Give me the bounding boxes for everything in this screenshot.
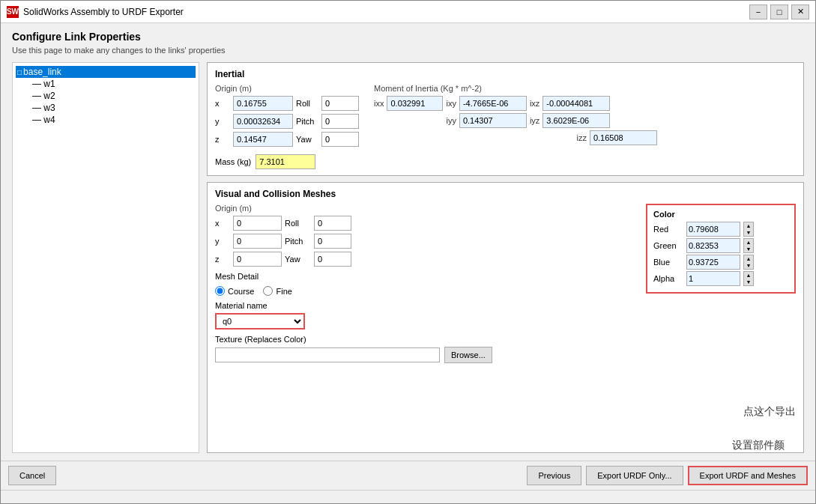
browse-button[interactable]: Browse... — [444, 347, 492, 363]
mesh-detail-radio: Course Fine — [215, 286, 638, 296]
color-title: Color — [653, 210, 788, 219]
status-bar — [1, 490, 815, 503]
yaw-input[interactable] — [321, 132, 359, 147]
tree-children: — w1 — w2 — w3 — w4 — [16, 78, 196, 126]
fine-radio-input[interactable] — [263, 286, 273, 296]
export-urdf-only-button[interactable]: Export URDF Only... — [586, 466, 683, 485]
alpha-input[interactable] — [686, 271, 740, 286]
visual-yaw-label: Yaw — [285, 255, 311, 264]
visual-x-input[interactable] — [233, 216, 282, 231]
alpha-up[interactable]: ▲ — [744, 272, 753, 279]
visual-z-input[interactable] — [233, 252, 282, 267]
inertial-x-input[interactable] — [233, 96, 293, 111]
izz-input[interactable] — [590, 130, 657, 145]
mass-input[interactable] — [256, 154, 315, 169]
blue-input[interactable] — [686, 255, 740, 270]
mass-label: Mass (kg) — [215, 157, 251, 166]
pitch-input[interactable] — [321, 114, 359, 129]
visual-y-label: y — [215, 237, 230, 246]
color-box: Color Red ▲ ▼ Gr — [646, 204, 796, 294]
ixx-input[interactable] — [387, 96, 443, 111]
page-subtitle: Use this page to make any changes to the… — [12, 46, 804, 55]
roll-input[interactable] — [321, 96, 359, 111]
tree-collapse-icon[interactable]: □ — [17, 68, 22, 76]
iyz-input[interactable] — [543, 113, 610, 128]
material-label: Material name — [215, 301, 268, 310]
blue-row: Blue ▲ ▼ — [653, 255, 788, 270]
main-area: □ base_link — w1 — w2 — w3 — w4 Inertial — [12, 62, 804, 453]
yaw-label: Yaw — [296, 135, 318, 144]
red-spinner[interactable]: ▲ ▼ — [743, 222, 754, 237]
blue-label: Blue — [653, 258, 683, 267]
visual-z-label: z — [215, 255, 230, 264]
inertial-y-input[interactable] — [233, 114, 293, 129]
close-button[interactable]: ✕ — [791, 4, 809, 19]
roll-label: Roll — [296, 99, 318, 108]
inertial-moment: Moment of Inertia (Kg * m^-2) ixx ixy ix… — [374, 84, 796, 150]
previous-button[interactable]: Previous — [527, 466, 581, 485]
visual-roll-input[interactable] — [314, 216, 351, 231]
main-window: SW SolidWorks Assembly to URDF Exporter … — [0, 0, 816, 504]
texture-label: Texture (Replaces Color) — [215, 335, 306, 344]
tree-item-w1[interactable]: — w1 — [31, 78, 196, 90]
fine-label: Fine — [276, 287, 291, 296]
main-content: Configure Link Properties Use this page … — [1, 23, 815, 461]
course-radio-input[interactable] — [215, 286, 225, 296]
visual-pitch-input[interactable] — [314, 234, 351, 249]
restore-button[interactable]: □ — [770, 4, 788, 19]
alpha-spinner[interactable]: ▲ ▼ — [743, 271, 754, 286]
blue-spinner[interactable]: ▲ ▼ — [743, 255, 754, 270]
title-bar: SW SolidWorks Assembly to URDF Exporter … — [1, 1, 815, 23]
bottom-left-buttons: Cancel — [8, 466, 56, 485]
visual-section: Visual and Collision Meshes Origin (m) x… — [207, 182, 804, 453]
page-title: Configure Link Properties — [12, 31, 804, 43]
visual-y-input[interactable] — [233, 234, 282, 249]
green-up[interactable]: ▲ — [744, 239, 753, 246]
visual-x-label: x — [215, 219, 230, 228]
visual-origin-label: Origin (m) — [215, 204, 638, 213]
red-up[interactable]: ▲ — [744, 222, 753, 229]
iyy-label: iyy — [446, 116, 456, 125]
texture-row: Browse... — [215, 347, 638, 363]
tree-item-w3[interactable]: — w3 — [31, 102, 196, 114]
ixz-label: ixz — [530, 99, 540, 108]
green-label: Green — [653, 241, 683, 250]
tree-item-base-link[interactable]: □ base_link — [16, 66, 196, 78]
red-input[interactable] — [686, 222, 740, 237]
window-title: SolidWorks Assembly to URDF Exporter — [23, 7, 749, 17]
inertial-title: Inertial — [215, 69, 796, 79]
ixy-input[interactable] — [459, 96, 527, 111]
blue-down[interactable]: ▼ — [744, 262, 753, 269]
red-label: Red — [653, 225, 683, 234]
export-urdf-meshes-button[interactable]: Export URDF and Meshes — [688, 466, 808, 485]
material-select[interactable]: q0 — [215, 313, 305, 330]
course-radio[interactable]: Course — [215, 286, 254, 296]
inertial-x-label: x — [215, 99, 230, 108]
inertial-z-input[interactable] — [233, 132, 293, 147]
inertial-section: Inertial Origin (m) x Roll — [207, 62, 804, 176]
fine-radio[interactable]: Fine — [263, 286, 291, 296]
visual-yaw-input[interactable] — [314, 252, 351, 267]
alpha-label: Alpha — [653, 274, 683, 283]
tree-item-w2[interactable]: — w2 — [31, 90, 196, 102]
minimize-button[interactable]: − — [749, 4, 767, 19]
tree-item-w4[interactable]: — w4 — [31, 114, 196, 126]
right-panel: Inertial Origin (m) x Roll — [207, 62, 804, 453]
green-down[interactable]: ▼ — [744, 246, 753, 252]
course-label: Course — [228, 287, 254, 296]
blue-up[interactable]: ▲ — [744, 255, 753, 262]
red-down[interactable]: ▼ — [744, 229, 753, 236]
red-row: Red ▲ ▼ — [653, 222, 788, 237]
inertial-y-row: y Pitch — [215, 114, 359, 129]
app-icon: SW — [7, 6, 19, 18]
mesh-detail-label: Mesh Detail — [215, 272, 259, 281]
iyy-input[interactable] — [459, 113, 527, 128]
alpha-down[interactable]: ▼ — [744, 279, 753, 285]
green-input[interactable] — [686, 238, 740, 253]
mass-row: Mass (kg) — [215, 154, 796, 169]
texture-input[interactable] — [215, 347, 440, 362]
ixz-input[interactable] — [543, 96, 610, 111]
inertial-grid: Origin (m) x Roll y Pitch — [215, 84, 796, 150]
cancel-button[interactable]: Cancel — [8, 466, 56, 485]
green-spinner[interactable]: ▲ ▼ — [743, 238, 754, 253]
